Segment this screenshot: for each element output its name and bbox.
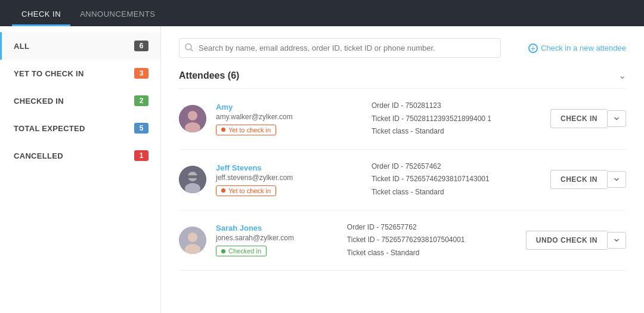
sidebar-item-all[interactable]: ALL 6 — [0, 32, 160, 60]
attendee-actions: CHECK IN — [550, 170, 626, 189]
attendee-name[interactable]: Jeff Stevens — [216, 163, 371, 172]
svg-point-10 — [188, 233, 197, 242]
search-icon — [185, 43, 193, 53]
search-bar: + Check in a new attendee — [179, 38, 626, 58]
svg-point-3 — [188, 111, 197, 120]
sidebar-item-cancelled[interactable]: CANCELLED 1 — [0, 142, 160, 169]
sidebar-badge-total: 5 — [134, 123, 148, 134]
sidebar-label-yet: YET TO CHECK IN — [14, 69, 84, 78]
avatar — [179, 105, 206, 132]
attendee-actions: UNDO CHECK IN — [526, 231, 626, 250]
status-badge: Checked in — [216, 246, 267, 256]
sidebar: ALL 6 YET TO CHECK IN 3 CHECKED IN 2 TOT… — [0, 26, 161, 313]
chevron-down-icon[interactable]: ⌄ — [618, 70, 626, 81]
sidebar-label-checked: CHECKED IN — [14, 97, 64, 106]
action-dropdown-button[interactable] — [607, 171, 626, 188]
attendee-info: Sarah Jones jones.sarah@zylker.com Check… — [216, 224, 347, 256]
status-badge: Yet to check in — [216, 185, 276, 196]
search-input[interactable] — [179, 38, 501, 58]
top-nav: CHECK IN ANNOUNCEMENTS — [0, 0, 644, 26]
search-input-wrap — [179, 38, 501, 58]
ticket-id: Ticket ID - 75028112393521899400 1 — [371, 113, 550, 126]
undo-check-in-button[interactable]: UNDO CHECK IN — [526, 231, 607, 250]
ticket-class: Ticket class - Standard — [371, 186, 550, 199]
ticket-class: Ticket class - Standard — [371, 125, 550, 138]
main-layout: ALL 6 YET TO CHECK IN 3 CHECKED IN 2 TOT… — [0, 26, 644, 313]
attendee-name[interactable]: Amy — [216, 103, 371, 111]
svg-line-1 — [191, 49, 193, 51]
sidebar-badge-all: 6 — [134, 41, 148, 51]
sidebar-item-yet-to-check-in[interactable]: YET TO CHECK IN 3 — [0, 60, 160, 87]
status-label: Checked in — [228, 247, 261, 255]
avatar — [179, 166, 206, 193]
sidebar-label-cancelled: CANCELLED — [14, 151, 63, 160]
attendee-email: amy.walker@zylker.com — [216, 113, 371, 121]
action-dropdown-button[interactable] — [607, 110, 626, 127]
attendee-ticket-info: Order ID - 752657762 Ticket ID - 7526577… — [347, 221, 526, 260]
status-dot-icon — [221, 249, 225, 253]
order-id: Order ID - 752657762 — [347, 221, 526, 234]
ticket-id: Ticket ID - 752657462938107143001 — [371, 173, 550, 186]
attendee-ticket-info: Order ID - 752657462 Ticket ID - 7526574… — [371, 160, 550, 199]
attendee-email: jones.sarah@zylker.com — [216, 234, 347, 242]
action-dropdown-button[interactable] — [607, 232, 626, 249]
ticket-id: Ticket ID - 752657762938107504001 — [347, 234, 526, 247]
status-dot-icon — [221, 128, 225, 132]
sidebar-item-total-expected[interactable]: TOTAL EXPECTED 5 — [0, 114, 160, 142]
attendee-info: Amy amy.walker@zylker.com Yet to check i… — [216, 103, 371, 135]
order-id: Order ID - 750281123 — [371, 100, 550, 113]
status-label: Yet to check in — [228, 126, 271, 134]
content-area: + Check in a new attendee Attendees (6) … — [161, 26, 644, 313]
attendee-name[interactable]: Sarah Jones — [216, 224, 347, 233]
attendees-header: Attendees (6) ⌄ — [179, 70, 626, 89]
check-in-new-label: Check in a new attendee — [541, 44, 626, 52]
sidebar-item-checked-in[interactable]: CHECKED IN 2 — [0, 87, 160, 114]
attendee-email: jeff.stevens@zylker.com — [216, 173, 371, 182]
table-row: Jeff Stevens jeff.stevens@zylker.com Yet… — [179, 150, 626, 210]
check-in-button[interactable]: CHECK IN — [550, 109, 607, 128]
table-row: Sarah Jones jones.sarah@zylker.com Check… — [179, 210, 626, 271]
nav-announcements[interactable]: ANNOUNCEMENTS — [70, 2, 165, 26]
sidebar-label-total: TOTAL EXPECTED — [14, 124, 85, 133]
plus-circle-icon: + — [528, 44, 538, 53]
status-badge: Yet to check in — [216, 125, 276, 135]
sidebar-badge-yet: 3 — [134, 68, 148, 79]
svg-rect-8 — [187, 175, 198, 178]
avatar — [179, 227, 206, 254]
nav-check-in[interactable]: CHECK IN — [12, 2, 70, 26]
status-dot-icon — [221, 188, 225, 193]
attendee-ticket-info: Order ID - 750281123 Ticket ID - 7502811… — [371, 100, 550, 138]
attendee-info: Jeff Stevens jeff.stevens@zylker.com Yet… — [216, 163, 371, 196]
attendees-list: Amy amy.walker@zylker.com Yet to check i… — [179, 89, 626, 271]
status-label: Yet to check in — [228, 187, 271, 194]
order-id: Order ID - 752657462 — [371, 160, 550, 173]
check-in-new-attendee-button[interactable]: + Check in a new attendee — [528, 44, 626, 53]
table-row: Amy amy.walker@zylker.com Yet to check i… — [179, 89, 626, 150]
attendee-actions: CHECK IN — [550, 109, 626, 128]
sidebar-badge-cancelled: 1 — [134, 150, 148, 161]
sidebar-label-all: ALL — [14, 42, 29, 51]
attendees-title: Attendees (6) — [179, 70, 239, 81]
ticket-class: Ticket class - Standard — [347, 247, 526, 260]
sidebar-badge-checked: 2 — [134, 95, 148, 106]
check-in-button[interactable]: CHECK IN — [550, 170, 607, 189]
